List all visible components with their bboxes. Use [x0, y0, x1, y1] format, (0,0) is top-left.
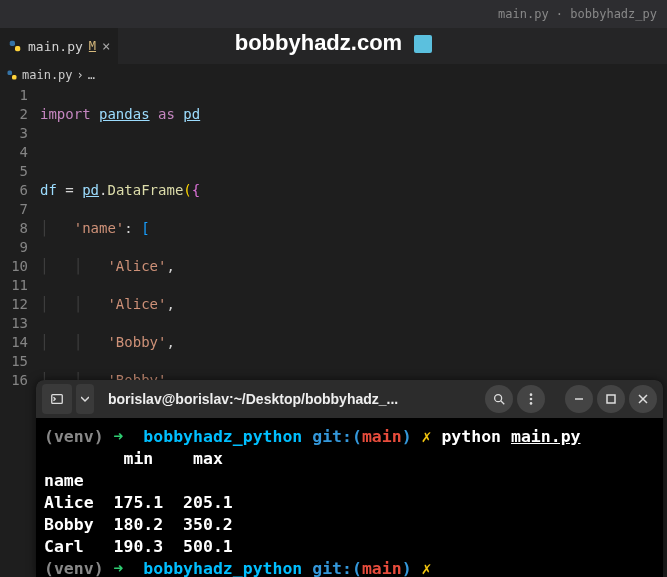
prompt-dirty-icon: ✗ [422, 559, 432, 577]
prompt-branch: main [362, 559, 402, 577]
terminal-search-button[interactable] [485, 385, 513, 413]
maximize-icon [606, 394, 616, 404]
module-pandas: pandas [99, 106, 150, 122]
comma: , [166, 296, 174, 312]
prompt-venv: (venv) [44, 427, 104, 446]
terminal-window: borislav@borislav:~/Desktop/bobbyhadz_..… [36, 380, 663, 577]
output-name-row: name [44, 471, 84, 490]
svg-point-6 [530, 393, 533, 396]
svg-rect-3 [12, 75, 17, 80]
python-icon [8, 39, 22, 53]
svg-rect-2 [8, 71, 13, 76]
keyword-import: import [40, 106, 91, 122]
prompt-git: git:( [312, 559, 362, 577]
cmd-file: main.py [511, 427, 581, 446]
svg-rect-4 [52, 395, 63, 404]
output-row: Bobby 180.2 350.2 [44, 515, 233, 534]
prompt-git: git:( [312, 427, 362, 446]
terminal-body[interactable]: (venv) ➜ bobbyhadz_python git:(main) ✗ p… [36, 418, 663, 577]
line-number: 8 [0, 219, 28, 238]
terminal-header: borislav@borislav:~/Desktop/bobbyhadz_..… [36, 380, 663, 418]
str-alice: 'Alice' [107, 296, 166, 312]
tab-bar: main.py M × [0, 28, 667, 64]
window-title: main.py · bobbyhadz_py [498, 7, 657, 21]
prompt-git-close: ) [402, 427, 412, 446]
kebab-icon [524, 392, 538, 406]
output-header: min max [44, 449, 223, 468]
line-number: 16 [0, 371, 28, 390]
svg-rect-9 [607, 395, 615, 403]
svg-rect-0 [10, 41, 15, 46]
key-name: 'name' [74, 220, 125, 236]
line-number: 9 [0, 238, 28, 257]
terminal-icon [50, 392, 64, 406]
tab-filename: main.py [28, 39, 83, 54]
var-df: df [40, 182, 57, 198]
breadcrumb-file: main.py [22, 68, 73, 82]
terminal-dropdown-button[interactable] [76, 384, 94, 414]
colon: : [124, 220, 132, 236]
tab-main-py[interactable]: main.py M × [0, 28, 119, 64]
line-number: 7 [0, 200, 28, 219]
comma: , [166, 258, 174, 274]
line-number: 2 [0, 105, 28, 124]
tab-modified-marker: M [89, 39, 96, 53]
prompt-dir: bobbyhadz_python [143, 559, 302, 577]
terminal-menu-button[interactable] [517, 385, 545, 413]
cmd-python: python [441, 427, 501, 446]
prompt-dirty-icon: ✗ [422, 427, 432, 446]
paren-open: ( [183, 182, 191, 198]
alias-pd: pd [183, 106, 200, 122]
prompt-arrow: ➜ [114, 427, 124, 446]
window-title-bar: main.py · bobbyhadz_py [0, 0, 667, 28]
output-row: Carl 190.3 500.1 [44, 537, 233, 556]
prompt-git-close: ) [402, 559, 412, 577]
line-number: 12 [0, 295, 28, 314]
terminal-maximize-button[interactable] [597, 385, 625, 413]
svg-point-5 [495, 395, 502, 402]
prompt-dir: bobbyhadz_python [143, 427, 302, 446]
line-number: 14 [0, 333, 28, 352]
str-bobby: 'Bobby' [107, 334, 166, 350]
python-icon [6, 69, 18, 81]
line-number: 13 [0, 314, 28, 333]
search-icon [492, 392, 506, 406]
line-number: 1 [0, 86, 28, 105]
fn-dataframe: DataFrame [107, 182, 183, 198]
line-number: 4 [0, 143, 28, 162]
minimize-icon [574, 394, 584, 404]
line-number: 3 [0, 124, 28, 143]
line-number: 11 [0, 276, 28, 295]
output-row: Alice 175.1 205.1 [44, 493, 233, 512]
line-gutter: 1 2 3 4 5 6 7 8 9 10 11 12 13 14 15 16 [0, 86, 40, 577]
terminal-title: borislav@borislav:~/Desktop/bobbyhadz_..… [98, 391, 481, 407]
close-icon [638, 394, 648, 404]
brace-open: { [192, 182, 200, 198]
prompt-branch: main [362, 427, 402, 446]
terminal-close-button[interactable] [629, 385, 657, 413]
breadcrumb-more: … [88, 68, 95, 82]
svg-rect-1 [15, 46, 20, 51]
prompt-arrow: ➜ [114, 559, 124, 577]
chevron-down-icon [81, 395, 89, 403]
terminal-new-tab-button[interactable] [42, 384, 72, 414]
comma: , [166, 334, 174, 350]
breadcrumb[interactable]: main.py › … [0, 64, 667, 86]
breadcrumb-separator: › [77, 68, 84, 82]
bracket-open: [ [141, 220, 149, 236]
line-number: 6 [0, 181, 28, 200]
prompt-venv: (venv) [44, 559, 104, 577]
svg-point-7 [530, 398, 533, 401]
keyword-as: as [158, 106, 175, 122]
line-number: 10 [0, 257, 28, 276]
str-alice: 'Alice' [107, 258, 166, 274]
line-number: 5 [0, 162, 28, 181]
tab-close-icon[interactable]: × [102, 38, 110, 54]
svg-point-8 [530, 402, 533, 405]
terminal-minimize-button[interactable] [565, 385, 593, 413]
op-eq: = [65, 182, 73, 198]
ref-pd: pd [82, 182, 99, 198]
line-number: 15 [0, 352, 28, 371]
